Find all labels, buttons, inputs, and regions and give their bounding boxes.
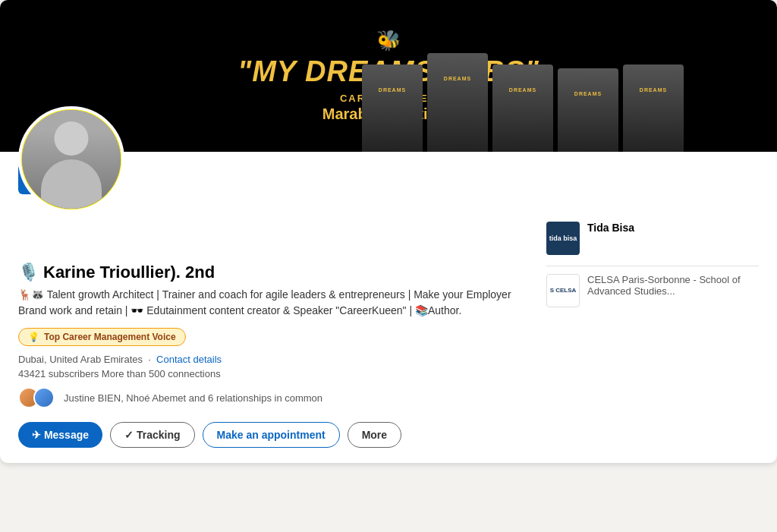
location-text: Dubai, United Arab Emirates	[18, 354, 143, 365]
profile-name-text: Karine Trioullier). 2nd	[43, 263, 215, 282]
profile-headline: 🦌🦝 Talent growth Architect | Trainer and…	[18, 287, 516, 319]
celsa-logo: S CELSA	[546, 274, 580, 307]
bee-icon: 🐝	[376, 29, 401, 52]
name-emoji: 🎙️	[18, 263, 39, 282]
mutual-text: Justine BIEN, Nhoé Abemet and 6 relation…	[64, 392, 322, 404]
figure-3	[492, 65, 553, 152]
company-item-celsa: S CELSA CELSA Paris-Sorbonne - School of…	[546, 274, 759, 307]
tracking-button[interactable]: ✓ Tracking	[110, 422, 194, 448]
banner-figures	[360, 53, 686, 152]
appointment-button[interactable]: Make an appointment	[203, 422, 340, 448]
company-name: Tida Bisa	[587, 222, 634, 234]
profile-location: Dubai, United Arab Emirates · Contact de…	[18, 354, 516, 365]
profile-right: tida bisa Tida Bisa S CELSA CELSA Paris-…	[546, 209, 759, 448]
contact-details-link[interactable]: Contact details	[156, 354, 222, 365]
message-button[interactable]: ✈ Message	[18, 422, 102, 448]
action-buttons: ✈ Message ✓ Tracking Make an appointment…	[18, 422, 516, 448]
profile-left: 🎙️ Karine Trioullier). 2nd 🦌🦝 Talent gro…	[18, 209, 516, 448]
school-name: CELSA Paris-Sorbonne - School of Advance…	[587, 274, 759, 297]
divider	[546, 266, 759, 266]
figure-5	[623, 65, 684, 152]
figure-2	[427, 53, 488, 152]
avatar	[18, 106, 124, 212]
top-voice-badge: 💡 Top Career Management Voice	[18, 328, 186, 346]
figure-4	[558, 68, 618, 152]
badge-label: Top Career Management Voice	[44, 332, 176, 342]
profile-card: 🐝 "MY DREAMS JOBS" CAREER KUEEN Marabout…	[0, 0, 777, 463]
school-info: CELSA Paris-Sorbonne - School of Advance…	[587, 274, 759, 297]
profile-top: in 🔔	[0, 152, 777, 194]
figure-1	[362, 65, 423, 152]
tida-bisa-logo: tida bisa	[546, 222, 580, 255]
profile-body: 🎙️ Karine Trioullier). 2nd 🦌🦝 Talent gro…	[0, 209, 777, 463]
profile-name: 🎙️ Karine Trioullier). 2nd	[18, 263, 516, 282]
mutual-avatar-2	[33, 387, 55, 408]
more-button[interactable]: More	[348, 422, 401, 448]
company-item-tida: tida bisa Tida Bisa	[546, 222, 759, 255]
mutual-avatars	[18, 387, 49, 408]
badge-icon: 💡	[28, 332, 39, 342]
company-info: Tida Bisa	[587, 222, 634, 234]
profile-mutual: Justine BIEN, Nhoé Abemet and 6 relation…	[18, 387, 516, 408]
profile-subscribers: 43421 subscribers More than 500 connecti…	[18, 368, 516, 379]
